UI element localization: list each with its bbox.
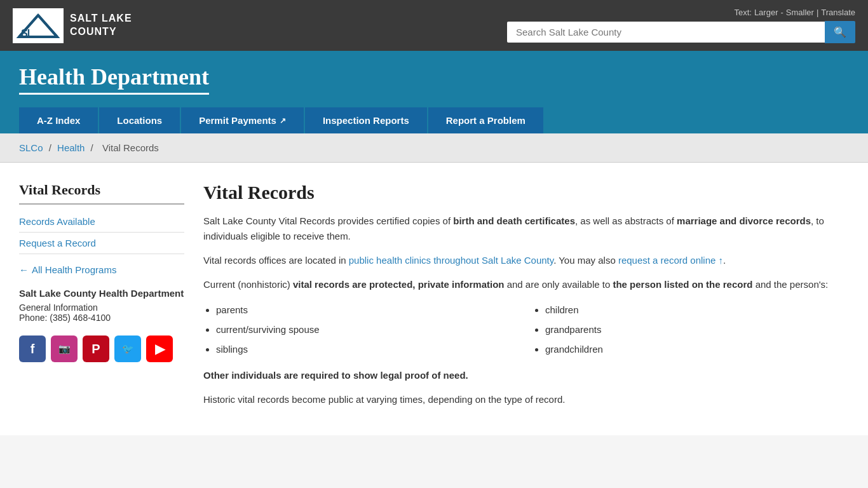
top-header: SL SALT LAKE COUNTY Text: Larger - Small… [0, 0, 868, 51]
bold-marriage-divorce: marriage and divorce records [677, 215, 811, 226]
sidebar-title: Vital Records [19, 182, 184, 205]
list-item-children: children [545, 301, 849, 318]
pinterest-icon[interactable]: P [83, 336, 109, 362]
nav-permit-payments[interactable]: Permit Payments ↗ [181, 107, 304, 133]
youtube-icon[interactable]: ▶ [146, 336, 173, 362]
info-line2: Phone: (385) 468-4100 [19, 313, 184, 323]
main-container: Vital Records Records Available Request … [0, 163, 868, 435]
text-size-controls: Text: Larger - Smaller | Translate [734, 8, 855, 17]
search-button[interactable]: 🔍 [825, 21, 855, 43]
eligibility-list: parents children current/surviving spous… [216, 301, 849, 358]
list-item-grandparents: grandparents [545, 321, 849, 338]
content-para3: Current (nonhistoric) vital records are … [203, 277, 849, 292]
text-label: Text: [734, 8, 751, 17]
bold-person-listed: the person listed on the record [613, 279, 752, 290]
sidebar-records-available[interactable]: Records Available [19, 211, 184, 233]
sidebar-info: Salt Lake County Health Department Gener… [19, 288, 184, 323]
bold-protected: vital records are protected, private inf… [293, 279, 505, 290]
smaller-link[interactable]: Smaller [786, 8, 814, 17]
search-input[interactable] [507, 22, 825, 43]
list-item-siblings: siblings [216, 341, 520, 358]
breadcrumb-health[interactable]: Health [57, 142, 85, 153]
content-para2: Vital records offices are located in pub… [203, 253, 849, 268]
content-warning: Other individuals are required to show l… [203, 368, 849, 383]
breadcrumb-current: Vital Records [102, 142, 159, 153]
info-line1: General Information [19, 302, 184, 313]
org-name: Salt Lake County Health Department [19, 288, 184, 299]
list-item-spouse: current/surviving spouse [216, 321, 520, 338]
facebook-icon[interactable]: f [19, 336, 46, 362]
nav-locations[interactable]: Locations [99, 107, 180, 133]
header-right: Text: Larger - Smaller | Translate 🔍 [507, 8, 855, 43]
request-online-link[interactable]: request a record online ↑ [618, 255, 723, 266]
breadcrumb-slco[interactable]: SLCo [19, 142, 43, 153]
svg-text:SL: SL [21, 28, 34, 39]
nav-bar: A-Z Index Locations Permit Payments ↗ In… [0, 107, 868, 133]
external-link-icon: ↗ [280, 116, 286, 125]
dept-banner: Health Department [0, 51, 868, 107]
bold-birth-death: birth and death certificates [453, 215, 575, 226]
sidebar-social: f 📷 P 🐦 ▶ [19, 336, 184, 362]
nav-report-problem[interactable]: Report a Problem [428, 107, 543, 133]
nav-inspection-reports[interactable]: Inspection Reports [305, 107, 427, 133]
search-bar: 🔍 [507, 21, 855, 43]
twitter-icon[interactable]: 🐦 [114, 336, 141, 362]
back-arrow-icon: ← [19, 264, 29, 275]
instagram-icon[interactable]: 📷 [51, 336, 78, 362]
logo-area: SL SALT LAKE COUNTY [13, 8, 132, 43]
sidebar: Vital Records Records Available Request … [19, 182, 184, 416]
translate-link[interactable]: Translate [821, 8, 855, 17]
dept-title: Health Department [19, 64, 209, 95]
clinics-link[interactable]: public health clinics throughout Salt La… [349, 255, 553, 266]
content-title: Vital Records [203, 182, 849, 203]
logo-box: SL [13, 8, 64, 43]
nav-az-index[interactable]: A-Z Index [19, 107, 98, 133]
content-area: Vital Records Salt Lake County Vital Rec… [203, 182, 849, 416]
larger-link[interactable]: Larger [754, 8, 778, 17]
logo-text: SALT LAKE COUNTY [70, 12, 132, 39]
content-para4: Historic vital records become public at … [203, 392, 849, 407]
breadcrumb: SLCo / Health / Vital Records [0, 133, 868, 163]
sidebar-nav: Records Available Request a Record [19, 211, 184, 254]
sidebar-request-record[interactable]: Request a Record [19, 233, 184, 254]
list-item-grandchildren: grandchildren [545, 341, 849, 358]
sidebar-back-link[interactable]: ← All Health Programs [19, 264, 184, 275]
list-item-parents: parents [216, 301, 520, 318]
content-para1: Salt Lake County Vital Records provides … [203, 214, 849, 244]
